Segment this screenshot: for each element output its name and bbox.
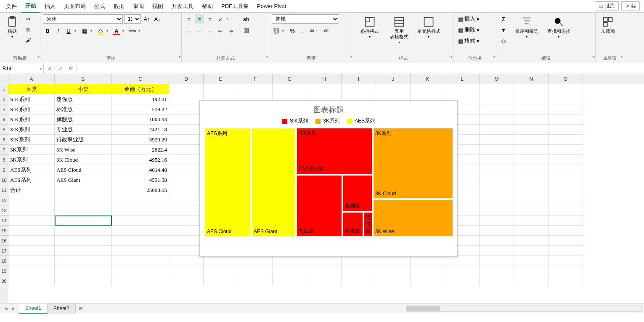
cell[interactable]: 2822.4 <box>112 145 169 155</box>
cell[interactable] <box>8 205 55 216</box>
cell[interactable] <box>514 145 549 155</box>
menu-tab-审阅[interactable]: 审阅 <box>129 0 148 13</box>
cell[interactable] <box>514 84 549 94</box>
cell[interactable] <box>169 114 204 125</box>
row-header[interactable]: 10 <box>0 175 8 185</box>
cell[interactable] <box>112 195 169 205</box>
row-header[interactable]: 4 <box>0 114 8 125</box>
comma-button[interactable]: , <box>298 26 307 35</box>
font-name-select[interactable]: 宋体 <box>43 14 123 24</box>
cell-style-button[interactable]: 单元格样式▾ <box>415 14 443 41</box>
format-cells-button[interactable]: ▦ 格式 ▾ <box>456 36 494 45</box>
cell[interactable] <box>169 185 204 195</box>
row-header[interactable]: 5 <box>0 125 8 135</box>
cell[interactable] <box>549 155 583 165</box>
cell[interactable] <box>411 84 445 94</box>
cell[interactable] <box>204 276 238 286</box>
cell[interactable]: 4614.48 <box>112 165 169 175</box>
cell[interactable] <box>342 276 376 286</box>
cell[interactable] <box>514 135 549 145</box>
cell[interactable] <box>480 104 514 114</box>
cell[interactable]: SIK系列 <box>8 125 55 135</box>
cell[interactable] <box>169 216 204 226</box>
cell[interactable] <box>238 84 273 94</box>
menu-tab-插入[interactable]: 插入 <box>40 0 60 13</box>
cell[interactable] <box>480 195 514 205</box>
cell[interactable] <box>169 226 204 236</box>
clear-button[interactable]: ◇ <box>499 36 508 45</box>
row-header[interactable]: 1 <box>0 84 8 94</box>
cell[interactable] <box>514 226 549 236</box>
delete-cells-button[interactable]: ▦ 删除 ▾ <box>456 25 494 35</box>
menu-tab-Power Pivot[interactable]: Power Pivot <box>253 0 290 13</box>
cell[interactable] <box>549 205 583 216</box>
cell[interactable] <box>169 104 204 114</box>
cell[interactable] <box>549 246 583 256</box>
cell[interactable] <box>514 266 549 276</box>
cell[interactable] <box>514 114 549 125</box>
cell[interactable] <box>169 246 204 256</box>
cell[interactable] <box>480 256 514 266</box>
cell[interactable] <box>169 236 204 246</box>
accept-formula-button[interactable]: ✓ <box>55 66 66 72</box>
cell[interactable] <box>169 205 204 216</box>
cell[interactable] <box>376 84 411 94</box>
sort-filter-button[interactable]: 排序和筛选▾ <box>511 14 542 41</box>
align-bottom-button[interactable]: ≡ <box>205 14 215 24</box>
autosum-button[interactable]: Σ <box>499 14 508 24</box>
cell[interactable]: 金额（万元） <box>112 84 169 94</box>
row-header[interactable]: 18 <box>0 256 8 266</box>
cell[interactable] <box>514 205 549 216</box>
cell[interactable] <box>8 266 55 276</box>
fill-button[interactable]: ▼ <box>499 25 508 35</box>
cell[interactable] <box>112 226 169 236</box>
cell[interactable] <box>549 135 583 145</box>
cell[interactable] <box>55 236 112 246</box>
border-button[interactable]: ▦ <box>80 26 89 35</box>
cell[interactable] <box>549 266 583 276</box>
menu-tab-数据[interactable]: 数据 <box>109 0 129 13</box>
row-header[interactable]: 8 <box>0 155 8 165</box>
cell[interactable] <box>549 104 583 114</box>
align-center-button[interactable]: ≡ <box>195 26 204 35</box>
cell[interactable]: 192.81 <box>112 94 169 104</box>
cell[interactable] <box>8 256 55 266</box>
cell[interactable] <box>445 84 480 94</box>
cell[interactable]: SIK系列 <box>8 94 55 104</box>
cell[interactable] <box>480 135 514 145</box>
cell[interactable]: 2421.18 <box>112 125 169 135</box>
cell[interactable]: AES系列 <box>8 165 55 175</box>
decrease-decimal-button[interactable]: ←.00 <box>319 26 329 35</box>
row-header[interactable]: 12 <box>0 195 8 205</box>
cell[interactable]: 3K系列 <box>8 145 55 155</box>
fx-button[interactable]: fx <box>66 66 77 72</box>
italic-button[interactable]: I <box>53 26 63 35</box>
cell[interactable] <box>480 276 514 286</box>
copy-button[interactable]: ⎘ <box>24 25 33 34</box>
column-header[interactable]: L <box>445 74 480 84</box>
cell[interactable] <box>549 114 583 125</box>
cell[interactable] <box>55 276 112 286</box>
formula-input[interactable] <box>77 63 644 74</box>
cell[interactable]: SIK系列 <box>8 104 55 114</box>
sheet-nav-next[interactable]: ► <box>11 306 16 311</box>
column-header[interactable]: N <box>514 74 549 84</box>
cell[interactable] <box>480 114 514 125</box>
cell[interactable] <box>238 266 273 276</box>
cell[interactable]: 行政事业版 <box>55 135 112 145</box>
cell[interactable] <box>514 165 549 175</box>
font-color-button[interactable]: A <box>112 26 121 35</box>
cell[interactable] <box>8 246 55 256</box>
cell[interactable] <box>55 256 112 266</box>
sheet-nav-prev[interactable]: ◄ <box>3 306 8 311</box>
cell[interactable] <box>549 145 583 155</box>
cell[interactable] <box>273 266 307 276</box>
cell[interactable] <box>549 216 583 226</box>
cell[interactable]: SIK系列 <box>8 135 55 145</box>
comment-button[interactable]: ▭批注 <box>595 1 619 11</box>
cell[interactable] <box>549 185 583 195</box>
cell[interactable]: 3K Cloud <box>55 155 112 165</box>
fill-color-button[interactable]: ◇ <box>96 26 105 35</box>
cell[interactable]: 小类 <box>55 84 112 94</box>
column-header[interactable]: G <box>273 74 307 84</box>
